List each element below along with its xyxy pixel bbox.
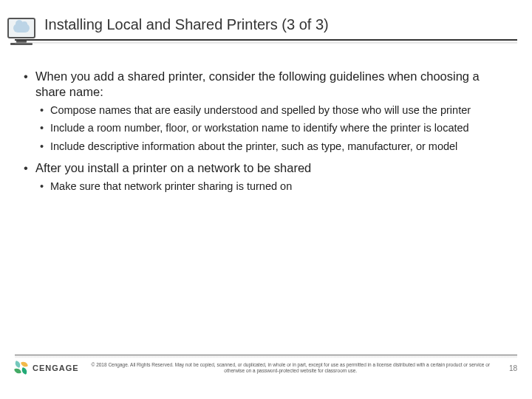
slide-title: Installing Local and Shared Printers (3 … xyxy=(44,16,517,33)
brand-name: CENGAGE xyxy=(33,364,79,372)
cloud-icon xyxy=(13,24,30,33)
footer-rule xyxy=(15,355,517,355)
brand-logo: CENGAGE xyxy=(15,361,79,375)
bullet-level2: Make sure that network printer sharing i… xyxy=(38,180,510,193)
slide-header: Installing Local and Shared Printers (3 … xyxy=(0,0,532,39)
header-rule xyxy=(0,39,532,41)
bullet-level1: When you add a shared printer, consider … xyxy=(22,69,510,99)
bullet-level2: Include descriptive information about th… xyxy=(38,140,510,153)
page-number: 18 xyxy=(502,364,517,372)
bullet-level1: After you install a printer on a network… xyxy=(22,160,510,176)
monitor-cloud-icon xyxy=(7,18,35,38)
slide-content: When you add a shared printer, consider … xyxy=(0,41,532,193)
bullet-level2: Compose names that are easily understood… xyxy=(38,103,510,117)
bullet-level2: Include a room number, floor, or worksta… xyxy=(38,121,510,134)
slide: Installing Local and Shared Printers (3 … xyxy=(0,0,532,399)
copyright-text: © 2018 Cengage. All Rights Reserved. May… xyxy=(79,362,502,374)
brand-mark-icon xyxy=(15,361,28,375)
slide-footer: CENGAGE © 2018 Cengage. All Rights Reser… xyxy=(0,355,532,399)
